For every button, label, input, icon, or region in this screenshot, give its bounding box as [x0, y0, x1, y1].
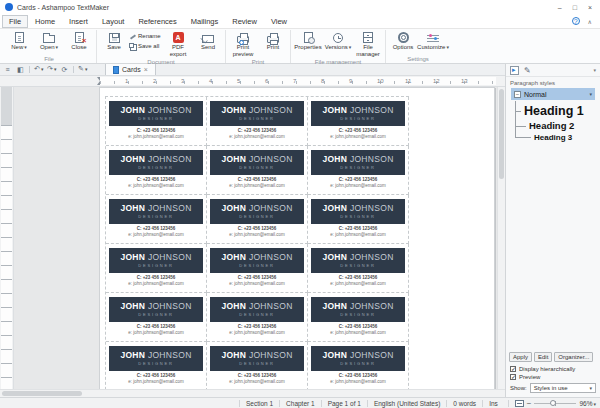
business-card[interactable]: JOHN JOHNSON DESIGNER C: +23 456 123456 …: [311, 346, 405, 386]
navigator-pane-icon[interactable]: [510, 66, 519, 75]
repeat-icon[interactable]: ⟳: [60, 64, 69, 75]
sidebar-chevron-icon[interactable]: ▾: [593, 67, 596, 73]
business-card[interactable]: JOHN JOHNSON DESIGNER C: +23 456 123456 …: [109, 199, 203, 239]
display-hierarchically-checkbox[interactable]: Display hierarchically: [506, 364, 600, 372]
horizontal-scrollbar-thumb[interactable]: [2, 391, 82, 396]
business-card[interactable]: JOHN JOHNSON DESIGNER C: +23 456 123456 …: [210, 150, 304, 190]
zoom-slider[interactable]: [534, 403, 576, 404]
business-card[interactable]: JOHN JOHNSON DESIGNER C: +23 456 123456 …: [311, 101, 405, 141]
status-word-count[interactable]: 0 words: [446, 400, 482, 407]
horizontal-ruler[interactable]: 12345678910111213: [0, 76, 505, 87]
format-brush-icon[interactable]: ✎: [78, 64, 87, 75]
menu-layout[interactable]: Layout: [95, 15, 132, 28]
business-card[interactable]: JOHN JOHNSON DESIGNER C: +23 456 123456 …: [311, 199, 405, 239]
save-button[interactable]: Save: [99, 30, 129, 51]
document-page[interactable]: JOHN JOHNSON DESIGNER C: +23 456 123456 …: [99, 87, 495, 389]
save-all-button[interactable]: Save all: [129, 42, 161, 50]
close-button-ribbon[interactable]: Close: [64, 30, 94, 51]
versions-button[interactable]: Versions: [323, 30, 353, 51]
style-item-heading1[interactable]: Heading 1: [508, 102, 598, 119]
business-card[interactable]: JOHN JOHNSON DESIGNER C: +23 456 123456 …: [311, 150, 405, 190]
business-card[interactable]: JOHN JOHNSON DESIGNER C: +23 456 123456 …: [311, 297, 405, 337]
style-item-heading3[interactable]: Heading 3: [508, 132, 598, 143]
print-preview-button[interactable]: Print preview: [228, 30, 258, 58]
card-header: JOHN JOHNSON DESIGNER: [210, 346, 304, 371]
business-card[interactable]: JOHN JOHNSON DESIGNER C: +23 456 123456 …: [210, 101, 304, 141]
status-page[interactable]: Page 1 of 1: [321, 400, 367, 407]
document-tab[interactable]: Cards ×: [105, 64, 156, 75]
file-manager-button[interactable]: File manager: [353, 30, 383, 58]
organizer-button[interactable]: Organizer...: [554, 352, 593, 362]
card-body: C: +23 456 123456 e: john.johnson@email.…: [210, 322, 304, 337]
collapse-ribbon-icon[interactable]: ∧: [588, 18, 592, 25]
maximize-button[interactable]: □: [573, 4, 577, 11]
business-card[interactable]: JOHN JOHNSON DESIGNER C: +23 456 123456 …: [109, 101, 203, 141]
help-icon[interactable]: ?: [572, 17, 580, 25]
edit-style-icon[interactable]: ✎: [524, 66, 531, 75]
sidebar-toggle-icon[interactable]: ◧: [16, 64, 25, 75]
menu-insert[interactable]: Insert: [62, 15, 95, 28]
vertical-scrollbar[interactable]: [497, 87, 505, 389]
close-button[interactable]: ×: [588, 4, 592, 11]
send-button[interactable]: Send: [193, 30, 223, 51]
vertical-scrollbar-thumb[interactable]: [499, 89, 504, 179]
card-cell: JOHN JOHNSON DESIGNER C: +23 456 123456 …: [106, 146, 207, 195]
card-role: DESIGNER: [239, 263, 274, 268]
menu-view[interactable]: View: [264, 15, 294, 28]
customize-button[interactable]: Customize: [418, 30, 448, 51]
style-item-heading2[interactable]: Heading 2: [508, 119, 598, 132]
properties-button[interactable]: Properties: [293, 30, 323, 51]
business-card[interactable]: JOHN JOHNSON DESIGNER C: +23 456 123456 …: [109, 346, 203, 386]
show-styles-dropdown[interactable]: Styles in use ▾: [530, 383, 596, 393]
business-card[interactable]: JOHN JOHNSON DESIGNER C: +23 456 123456 …: [109, 297, 203, 337]
card-body: C: +23 456 123456 e: john.johnson@email.…: [210, 175, 304, 190]
minimize-button[interactable]: –: [558, 4, 562, 11]
ribbon-group-file: New Open Close File: [2, 30, 97, 63]
print-button[interactable]: Print: [258, 30, 288, 51]
business-card[interactable]: JOHN JOHNSON DESIGNER C: +23 456 123456 …: [210, 248, 304, 288]
style-dropdown-icon[interactable]: ▾: [589, 91, 592, 97]
card-cell: JOHN JOHNSON DESIGNER C: +23 456 123456 …: [106, 293, 207, 342]
hamburger-menu-icon[interactable]: ≡: [3, 64, 12, 75]
zoom-out-button[interactable]: −: [527, 400, 532, 407]
tab-close-icon[interactable]: ×: [144, 66, 148, 73]
menu-mailings[interactable]: Mailings: [184, 15, 226, 28]
document-canvas[interactable]: JOHN JOHNSON DESIGNER C: +23 456 123456 …: [14, 87, 497, 389]
status-chapter[interactable]: Chapter 1: [279, 400, 321, 407]
business-card[interactable]: JOHN JOHNSON DESIGNER C: +23 456 123456 …: [311, 248, 405, 288]
undo-icon[interactable]: ↶: [34, 64, 43, 75]
zoom-level[interactable]: 96%: [579, 400, 596, 407]
business-card[interactable]: JOHN JOHNSON DESIGNER C: +23 456 123456 …: [210, 297, 304, 337]
preview-checkbox[interactable]: Preview: [506, 372, 600, 380]
zoom-fit-icon[interactable]: [515, 400, 524, 407]
print-icon: [267, 36, 279, 43]
status-section[interactable]: Section 1: [239, 400, 279, 407]
menu-review[interactable]: Review: [225, 15, 264, 28]
card-email: e: john.johnson@email.com: [128, 330, 184, 335]
rename-button[interactable]: Rename: [129, 32, 161, 40]
menu-home[interactable]: Home: [28, 15, 62, 28]
business-card[interactable]: JOHN JOHNSON DESIGNER C: +23 456 123456 …: [109, 248, 203, 288]
horizontal-scrollbar[interactable]: [0, 389, 505, 397]
style-item-normal[interactable]: Normal ▾: [511, 88, 595, 100]
open-button[interactable]: Open: [34, 30, 64, 51]
menu-file[interactable]: File: [2, 15, 28, 28]
expander-icon[interactable]: [514, 91, 521, 98]
card-email: e: john.johnson@email.com: [229, 379, 285, 384]
status-language[interactable]: English (United States): [367, 400, 446, 407]
show-styles-row: Show: Styles in use ▾: [506, 380, 600, 397]
vertical-ruler[interactable]: [0, 87, 14, 389]
pdf-export-button[interactable]: PDF export: [163, 30, 193, 58]
zoom-slider-thumb[interactable]: [550, 400, 556, 406]
redo-icon[interactable]: ↷: [47, 64, 56, 75]
business-card[interactable]: JOHN JOHNSON DESIGNER C: +23 456 123456 …: [210, 199, 304, 239]
menu-references[interactable]: References: [131, 15, 183, 28]
insert-mode-toggle[interactable]: Ins: [482, 400, 504, 407]
new-button[interactable]: New: [4, 30, 34, 51]
apply-style-button[interactable]: Apply: [509, 352, 532, 362]
business-card[interactable]: JOHN JOHNSON DESIGNER C: +23 456 123456 …: [210, 346, 304, 386]
business-card[interactable]: JOHN JOHNSON DESIGNER C: +23 456 123456 …: [109, 150, 203, 190]
options-button[interactable]: Options: [388, 30, 418, 51]
edit-style-button[interactable]: Edit: [534, 352, 552, 362]
card-phone: C: +23 456 123456: [238, 177, 277, 182]
